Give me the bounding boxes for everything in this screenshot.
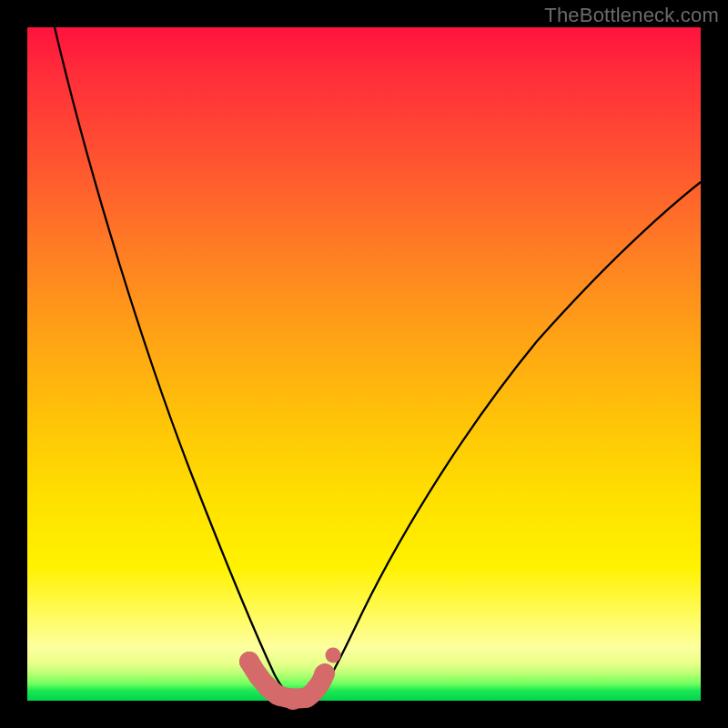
curve-left <box>55 27 298 701</box>
watermark-text: TheBottleneck.com <box>544 4 719 27</box>
marker-dot <box>314 664 334 684</box>
curve-overlay <box>27 27 701 701</box>
chart-frame: TheBottleneck.com <box>0 0 728 728</box>
marker-dot-lone <box>326 648 341 663</box>
curve-right <box>315 182 701 701</box>
